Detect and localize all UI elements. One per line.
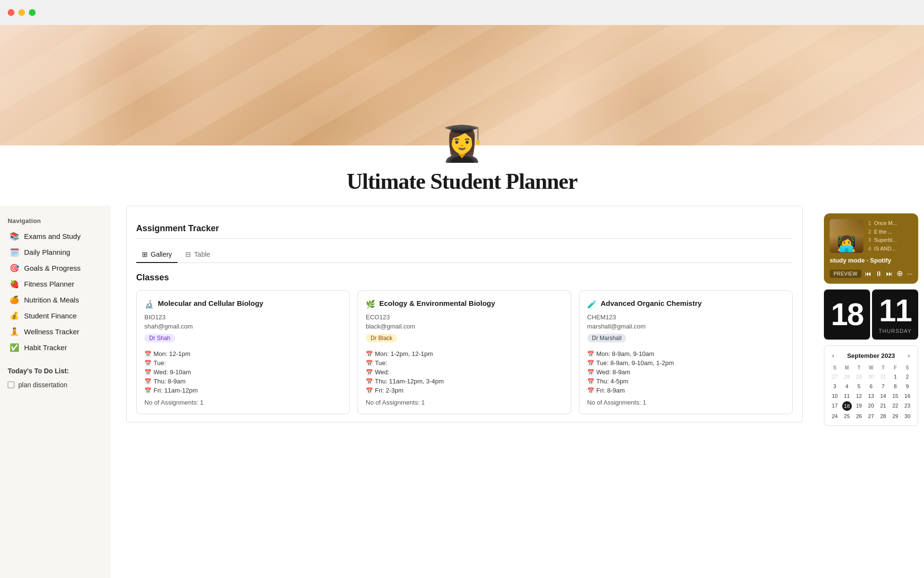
calendar-next-button[interactable]: ›: [905, 351, 913, 360]
sidebar-item-habit[interactable]: ✅ Habit Tracker: [2, 340, 109, 355]
eeb-code: ECO123: [366, 314, 563, 321]
calendar-day-2[interactable]: 29: [853, 372, 864, 381]
track-title-3: IS AND...: [874, 245, 896, 253]
mcb-sched-text-2: Wed: 9-10am: [154, 368, 191, 376]
cards-grid: 🔬 Molecular and Cellular Biology BIO123 …: [136, 290, 793, 414]
calendar-day-0[interactable]: 27: [829, 372, 840, 381]
calendar-day-22[interactable]: 18: [842, 401, 852, 411]
calendar-day-20[interactable]: 16: [902, 392, 913, 400]
track-num-0: 1: [868, 219, 871, 228]
sidebar-item-goals[interactable]: 🎯 Goals & Progress: [2, 260, 109, 276]
sidebar-item-exams[interactable]: 📚 Exams and Study: [2, 228, 109, 244]
card-eeb: 🌿 Ecology & Environmental Biology ECO123…: [358, 290, 571, 414]
spotify-widget: 👩‍💻 1 Once M... 2 E the ... 3 Superbl...: [824, 213, 918, 284]
classes-title: Classes: [136, 273, 793, 283]
aoc-sched-text-0: Mon: 8-9am, 9-10am: [596, 350, 654, 357]
calendar-day-3[interactable]: 30: [865, 372, 876, 381]
track-num-2: 3: [868, 236, 871, 245]
calendar-day-19[interactable]: 15: [890, 392, 901, 400]
exams-label: Exams and Study: [24, 232, 81, 240]
finance-label: Student Finance: [24, 312, 77, 320]
calendar-day-8[interactable]: 4: [841, 382, 852, 391]
gallery-icon: ⊞: [142, 250, 148, 258]
eeb-sched-text-1: Tue:: [375, 359, 387, 367]
spotify-preview-button[interactable]: PREVIEW: [830, 270, 861, 278]
sched-icon: 📅: [587, 378, 594, 385]
sidebar-item-fitness[interactable]: 🍓 Fitness Planner: [2, 276, 109, 292]
calendar-day-13[interactable]: 9: [902, 382, 913, 391]
calendar-day-26[interactable]: 22: [890, 401, 901, 411]
avatar-wrapper: 👩‍🎓: [0, 126, 924, 161]
calendar-day-10[interactable]: 6: [865, 382, 876, 391]
navigation-label: Navigation: [0, 213, 111, 228]
sidebar-item-daily[interactable]: 🗓️ Daily Planning: [2, 244, 109, 260]
eeb-schedule: 📅 Mon: 1-2pm, 12-1pm 📅 Tue: 📅 Wed:: [366, 349, 563, 395]
spotify-add-button[interactable]: ⊕: [897, 269, 903, 278]
calendar-day-6[interactable]: 2: [902, 372, 913, 381]
calendar-day-31[interactable]: 27: [865, 412, 876, 420]
tab-table[interactable]: ⊟ Table: [180, 247, 216, 263]
calendar-day-32[interactable]: 28: [878, 412, 889, 420]
tab-gallery[interactable]: ⊞ Gallery: [136, 247, 178, 263]
todo-checkbox-0[interactable]: [8, 381, 14, 388]
mcb-sched-2: 📅 Wed: 9-10am: [144, 368, 342, 377]
sched-icon: 📅: [587, 369, 594, 376]
track-title-2: Superbl...: [874, 236, 897, 245]
calendar-day-4[interactable]: 31: [878, 372, 889, 381]
calendar-day-18[interactable]: 14: [878, 392, 889, 400]
eeb-tag: Dr Black: [366, 334, 397, 342]
view-tabs: ⊞ Gallery ⊟ Table: [136, 247, 793, 263]
calendar-day-30[interactable]: 26: [853, 412, 864, 420]
calendar-day-29[interactable]: 25: [841, 412, 852, 420]
calendar-day-5[interactable]: 1: [890, 372, 901, 381]
calendar-day-23[interactable]: 19: [853, 401, 864, 411]
maximize-button[interactable]: [29, 9, 36, 16]
calendar-day-14[interactable]: 10: [829, 392, 840, 400]
habit-label: Habit Tracker: [24, 343, 67, 352]
spotify-prev-button[interactable]: ⏮: [865, 270, 872, 277]
eeb-sched-text-3: Thu: 11am-12pm, 3-4pm: [375, 378, 444, 385]
spotify-more-button[interactable]: ···: [907, 270, 912, 277]
main-layout: Navigation 📚 Exams and Study 🗓️ Daily Pl…: [0, 206, 924, 578]
calendar-day-12[interactable]: 8: [890, 382, 901, 391]
wellness-label: Wellness Tracker: [24, 328, 79, 336]
calendar-day-28[interactable]: 24: [829, 412, 840, 420]
mcb-tag: Dr Shah: [144, 334, 175, 342]
calendar-day-24[interactable]: 20: [865, 401, 876, 411]
sidebar-item-finance[interactable]: 💰 Student Finance: [2, 308, 109, 324]
calendar-day-16[interactable]: 12: [853, 392, 864, 400]
calendar-day-34[interactable]: 30: [902, 412, 913, 420]
spotify-play-button[interactable]: ⏸: [875, 270, 882, 277]
calendar-day-17[interactable]: 13: [865, 392, 876, 400]
sched-icon: 📅: [366, 351, 373, 357]
calendar-day-1[interactable]: 28: [841, 372, 852, 381]
close-button[interactable]: [8, 9, 14, 16]
calendar-day-27[interactable]: 23: [902, 401, 913, 411]
calendar-grid: S M T W T F S 27282930311234567891011121…: [829, 364, 913, 420]
calendar-day-11[interactable]: 7: [878, 382, 889, 391]
right-panel: 👩‍💻 1 Once M... 2 E the ... 3 Superbl...: [818, 206, 924, 578]
sidebar-item-wellness[interactable]: 🧘 Wellness Tracker: [2, 324, 109, 340]
eeb-sched-text-4: Fri: 2-3pm: [375, 387, 403, 394]
spotify-next-button[interactable]: ⏭: [886, 270, 893, 277]
nutrition-icon: 🍊: [10, 295, 19, 304]
eeb-assignments: No of Assignments: 1: [366, 399, 563, 406]
aoc-tag: Dr Marshall: [587, 334, 626, 342]
calendar-day-7[interactable]: 3: [829, 382, 840, 391]
mcb-sched-4: 📅 Fri: 11am-12pm: [144, 386, 342, 395]
aoc-sched-0: 📅 Mon: 8-9am, 9-10am: [587, 349, 784, 358]
sidebar-item-nutrition[interactable]: 🍊 Nutrition & Meals: [2, 292, 109, 308]
minimize-button[interactable]: [18, 9, 25, 16]
assignment-tracker-section: Assignment Tracker ⊞ Gallery ⊟ Table Cla…: [126, 206, 803, 422]
aoc-sched-text-2: Wed: 8-9am: [596, 368, 630, 376]
todo-item-0[interactable]: plan dissertation: [0, 379, 111, 391]
calendar-prev-button[interactable]: ‹: [829, 351, 837, 360]
calendar-day-25[interactable]: 21: [878, 401, 889, 411]
calendar-day-15[interactable]: 11: [841, 392, 852, 400]
sched-icon: 📅: [366, 378, 373, 385]
sched-icon: 📅: [366, 387, 373, 394]
calendar-day-21[interactable]: 17: [829, 401, 840, 411]
calendar-day-33[interactable]: 29: [890, 412, 901, 420]
calendar-day-9[interactable]: 5: [853, 382, 864, 391]
fitness-label: Fitness Planner: [24, 280, 74, 288]
